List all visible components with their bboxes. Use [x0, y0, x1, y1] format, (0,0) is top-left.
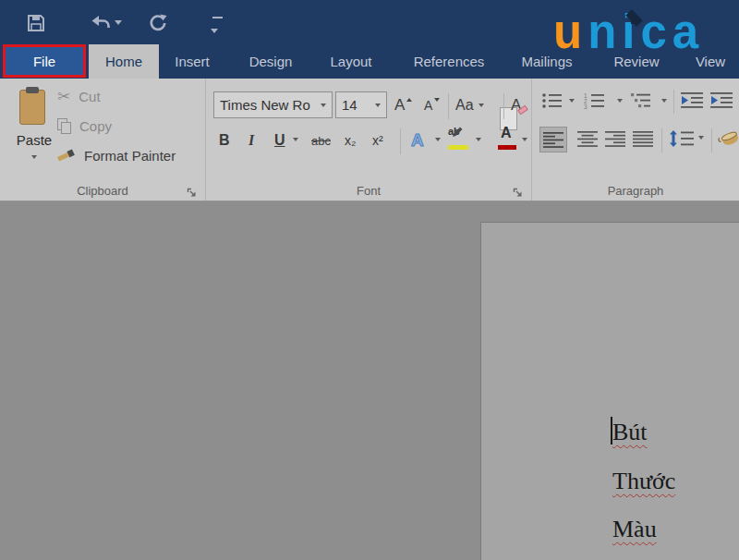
format-painter-label: Format Painter: [84, 148, 176, 164]
shading-bucket-icon: [718, 128, 739, 150]
multilevel-list-icon: [630, 92, 652, 109]
bullets-icon: [541, 92, 563, 109]
tab-references[interactable]: References: [406, 44, 491, 79]
clipboard-dialog-launcher-icon[interactable]: [187, 185, 198, 196]
increase-indent-icon: [709, 91, 733, 109]
align-right-button[interactable]: [604, 130, 626, 147]
scissors-icon: ✂: [57, 87, 70, 105]
strikethrough-button[interactable]: abc: [311, 127, 331, 154]
align-right-icon: [604, 130, 626, 147]
align-left-icon: [542, 131, 564, 148]
underline-dropdown-icon[interactable]: [293, 138, 298, 141]
bullets-dropdown-icon[interactable]: [569, 99, 575, 103]
clipboard-group-label: Clipboard: [0, 184, 205, 198]
paste-clipboard-icon: [19, 88, 49, 127]
justify-icon: [632, 130, 654, 147]
font-size-value: 14: [342, 97, 375, 113]
tab-view[interactable]: View: [687, 44, 733, 79]
tab-layout[interactable]: Layout: [323, 44, 379, 79]
font-dialog-launcher-icon[interactable]: [513, 185, 524, 196]
numbering-icon: 123: [584, 92, 606, 109]
cut-label: Cut: [79, 89, 100, 104]
align-left-button[interactable]: [539, 127, 567, 152]
underline-button[interactable]: U: [274, 127, 285, 154]
font-size-combobox[interactable]: 14: [335, 91, 387, 118]
word-window: unica File Home Insert Design Layout Ref…: [0, 0, 739, 560]
numbering-button[interactable]: 123: [584, 92, 606, 109]
font-color-a-icon: A: [501, 125, 512, 141]
tab-review[interactable]: Review: [606, 44, 667, 79]
bullets-button[interactable]: [541, 92, 563, 109]
align-center-icon: [576, 130, 599, 147]
ribbon: Paste ✂ Cut Copy Format Painter Clipboar…: [0, 79, 739, 201]
justify-button[interactable]: [632, 130, 654, 147]
paste-dropdown-icon[interactable]: [31, 155, 37, 159]
font-color-button[interactable]: A: [498, 125, 518, 154]
text-effects-dropdown-icon[interactable]: [435, 138, 441, 141]
shrink-font-button[interactable]: A: [424, 93, 440, 117]
font-color-bar: [498, 145, 516, 150]
graduation-cap-icon: [624, 10, 648, 23]
doc-word-mau: Màu: [612, 516, 657, 543]
highlight-dropdown-icon[interactable]: [476, 138, 481, 141]
tab-mailings[interactable]: Mailings: [508, 44, 586, 79]
document-page[interactable]: Bút Thước Màu: [480, 222, 739, 560]
text-highlight-button[interactable]: ab: [448, 125, 472, 154]
line-spacing-dropdown-icon[interactable]: [698, 136, 704, 140]
line-spacing-icon: [669, 129, 697, 148]
multilevel-list-button[interactable]: [630, 92, 652, 109]
clipboard-group: Paste ✂ Cut Copy Format Painter Clipboar…: [0, 79, 205, 201]
align-center-button[interactable]: [576, 130, 599, 147]
grow-font-icon: A: [394, 96, 405, 115]
text-effects-button[interactable]: A: [411, 127, 424, 154]
paste-button[interactable]: Paste: [9, 86, 59, 189]
superscript-button[interactable]: x²: [372, 127, 383, 154]
ribbon-tabs: File Home Insert Design Layout Reference…: [0, 44, 739, 79]
title-bar: unica File Home Insert Design Layout Ref…: [0, 0, 739, 79]
doc-word-but: Bút: [612, 419, 648, 446]
copy-label: Copy: [79, 118, 112, 134]
numbering-dropdown-icon[interactable]: [617, 99, 623, 103]
font-group: Times New Ro 14 A A Aa A B I U: [205, 79, 531, 201]
line-spacing-button[interactable]: [669, 129, 697, 148]
undo-icon[interactable]: [89, 13, 113, 35]
format-painter-brush-icon: [55, 147, 76, 164]
cut-button[interactable]: ✂ Cut: [57, 84, 101, 108]
grow-font-button[interactable]: A: [394, 93, 412, 117]
doc-word-thuoc: Thước: [612, 468, 675, 495]
font-size-dropdown-icon[interactable]: [375, 103, 381, 107]
highlight-pen-icon: [452, 125, 465, 138]
format-painter-button[interactable]: Format Painter: [55, 143, 176, 167]
save-icon[interactable]: [24, 11, 48, 38]
paragraph-group-label: Paragraph: [532, 184, 739, 198]
subscript-button[interactable]: x₂: [345, 127, 356, 154]
paragraph-group: 123: [531, 79, 739, 201]
decrease-indent-icon: [680, 91, 704, 109]
decrease-indent-button[interactable]: [680, 91, 704, 109]
font-name-dropdown-icon[interactable]: [321, 103, 326, 107]
change-case-icon: Aa: [455, 97, 474, 114]
italic-button[interactable]: I: [248, 127, 254, 154]
font-color-dropdown-icon[interactable]: [522, 138, 527, 141]
bold-button[interactable]: B: [219, 127, 230, 154]
customize-qat-icon[interactable]: [211, 17, 224, 37]
undo-dropdown-icon[interactable]: [115, 20, 122, 25]
font-name-value: Times New Ro: [220, 97, 321, 113]
change-case-button[interactable]: Aa: [455, 93, 484, 117]
paste-label: Paste: [17, 132, 52, 148]
tab-insert[interactable]: Insert: [166, 44, 218, 79]
clear-formatting-button[interactable]: A: [511, 93, 527, 117]
tab-file[interactable]: File: [3, 44, 86, 78]
multilevel-dropdown-icon[interactable]: [661, 99, 667, 103]
font-group-label: Font: [206, 184, 531, 198]
tab-design[interactable]: Design: [242, 44, 299, 79]
highlight-color-bar: [448, 145, 468, 150]
font-name-combobox[interactable]: Times New Ro: [213, 91, 333, 118]
redo-icon[interactable]: [146, 11, 170, 38]
document-canvas: Bút Thước Màu: [0, 202, 739, 560]
shading-button[interactable]: [718, 128, 739, 150]
copy-icon: [57, 118, 71, 134]
tab-home[interactable]: Home: [89, 44, 159, 79]
copy-button[interactable]: Copy: [57, 114, 112, 138]
increase-indent-button[interactable]: [709, 91, 733, 109]
